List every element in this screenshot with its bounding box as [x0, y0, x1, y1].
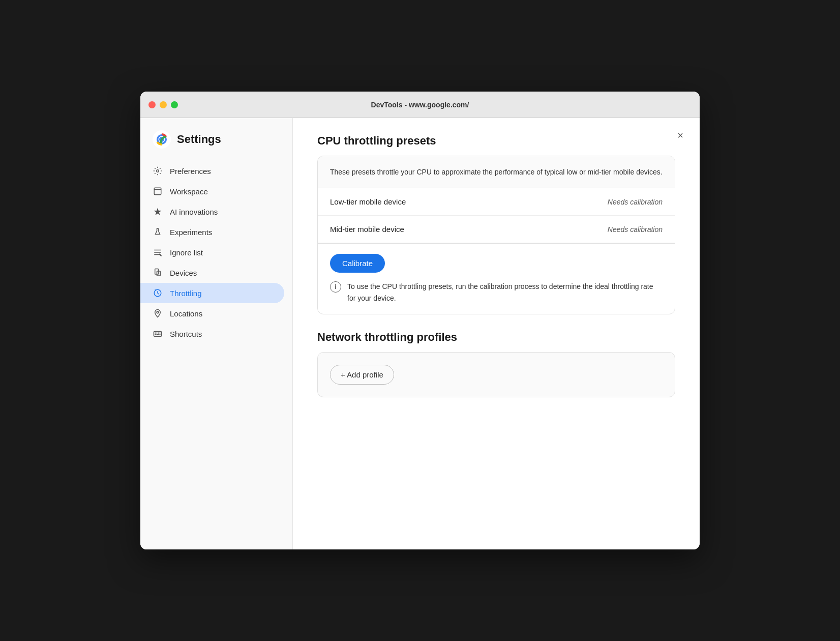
calibration-info-text: To use the CPU throttling presets, run t…: [347, 281, 663, 304]
add-profile-button[interactable]: + Add profile: [330, 365, 394, 385]
preferences-label: Preferences: [170, 167, 211, 176]
svg-point-4: [157, 170, 159, 172]
sidebar-title: Settings: [177, 133, 221, 146]
workspace-icon: [153, 186, 163, 196]
titlebar: DevTools - www.google.com/: [140, 92, 700, 118]
main-content: × CPU throttling presets These presets t…: [293, 118, 700, 549]
maximize-traffic-light[interactable]: [171, 101, 178, 108]
chrome-logo-icon: [153, 130, 171, 149]
network-throttling-card: + Add profile: [317, 352, 675, 397]
svg-point-12: [157, 311, 159, 313]
shortcuts-icon: [153, 329, 163, 339]
mid-tier-status: Needs calibration: [608, 225, 663, 234]
preferences-icon: [153, 166, 163, 176]
low-tier-label: Low-tier mobile device: [330, 197, 406, 206]
cpu-throttling-card: These presets throttle your CPU to appro…: [317, 156, 675, 314]
sidebar-header: Settings: [140, 130, 292, 161]
sidebar-item-experiments[interactable]: Experiments: [140, 222, 292, 242]
ignore-list-label: Ignore list: [170, 248, 203, 257]
minimize-traffic-light[interactable]: [160, 101, 167, 108]
calibration-info: i To use the CPU throttling presets, run…: [330, 281, 663, 304]
sidebar-item-shortcuts[interactable]: Shortcuts: [140, 324, 292, 344]
locations-label: Locations: [170, 309, 202, 318]
locations-icon: [153, 308, 163, 318]
sidebar-item-workspace[interactable]: Workspace: [140, 181, 292, 201]
sidebar-item-locations[interactable]: Locations: [140, 303, 292, 324]
low-tier-status: Needs calibration: [608, 198, 663, 206]
content-area: Settings Preferences: [140, 118, 700, 549]
devtools-window: DevTools - www.google.com/ S: [140, 92, 700, 549]
sidebar-item-throttling[interactable]: Throttling: [140, 283, 284, 303]
window-title: DevTools - www.google.com/: [371, 101, 469, 109]
table-row: Low-tier mobile device Needs calibration: [318, 188, 675, 216]
ai-icon: [153, 207, 163, 217]
calibrate-section: Calibrate i To use the CPU throttling pr…: [318, 243, 675, 314]
sidebar-item-preferences[interactable]: Preferences: [140, 161, 292, 181]
sidebar-item-devices[interactable]: Devices: [140, 263, 292, 283]
table-row: Mid-tier mobile device Needs calibration: [318, 216, 675, 243]
throttling-label: Throttling: [170, 289, 202, 298]
info-icon: i: [330, 281, 341, 293]
calibrate-button[interactable]: Calibrate: [330, 254, 385, 273]
experiments-label: Experiments: [170, 228, 212, 237]
close-traffic-light[interactable]: [148, 101, 156, 108]
shortcuts-label: Shortcuts: [170, 330, 202, 338]
devices-label: Devices: [170, 269, 197, 277]
ignore-list-icon: [153, 247, 163, 257]
sidebar-item-ignore-list[interactable]: Ignore list: [140, 242, 292, 263]
cpu-section-title: CPU throttling presets: [317, 134, 675, 148]
sidebar-nav: Preferences Workspace: [140, 161, 292, 344]
throttling-icon: [153, 288, 163, 298]
mid-tier-label: Mid-tier mobile device: [330, 225, 404, 234]
close-button[interactable]: ×: [673, 128, 687, 142]
experiments-icon: [153, 227, 163, 237]
devices-icon: [153, 268, 163, 278]
sidebar-item-ai-innovations[interactable]: AI innovations: [140, 201, 292, 222]
network-section-title: Network throttling profiles: [317, 331, 675, 344]
traffic-lights: [148, 101, 178, 108]
sidebar: Settings Preferences: [140, 118, 293, 549]
cpu-info-text: These presets throttle your CPU to appro…: [318, 156, 675, 188]
ai-innovations-label: AI innovations: [170, 208, 218, 216]
workspace-label: Workspace: [170, 187, 208, 196]
